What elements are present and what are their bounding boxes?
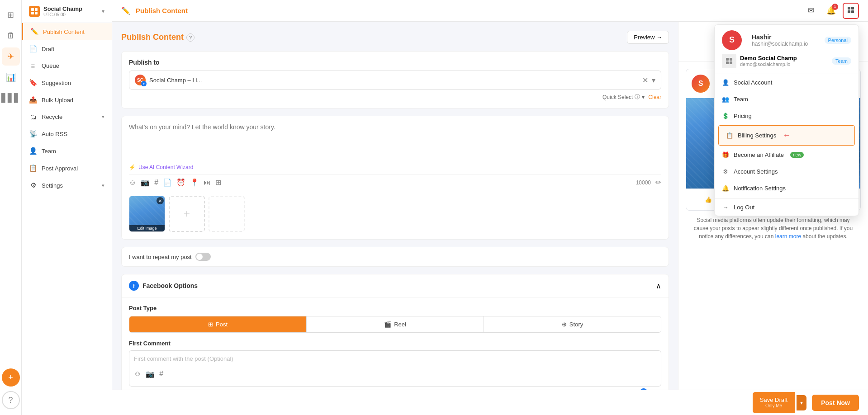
demo-name: Demo Social Champ [740,55,797,61]
location-icon[interactable]: 📍 [190,178,199,187]
quick-select-label[interactable]: Quick Select ⓘ ▾ [602,93,645,101]
social-account-label: Social Account [734,79,772,86]
svg-rect-6 [848,10,850,13]
comment-emoji-icon[interactable]: ☺ [134,370,141,378]
draft-nav-icon: 📄 [29,45,37,53]
nav-item-recycle[interactable]: 🗂 Recycle ▾ [22,108,112,125]
forward-icon[interactable]: ⏭ [204,179,211,187]
nav-item-draft[interactable]: 📄 Draft [22,40,112,57]
sidebar-icon-publish[interactable]: ✈ [2,47,20,66]
post-type-reel-button[interactable]: 🎬 Reel [307,316,484,332]
dropdown-menu: S Hashir hashir@socialchamp.io Personal [714,24,859,216]
learn-more-link[interactable]: learn more [775,233,801,240]
quick-select-chevron: ▾ [642,94,645,100]
hashtag-icon[interactable]: # [154,179,158,187]
add-symbol: + [8,373,13,382]
svg-rect-11 [730,61,732,64]
fb-options-body: Post Type ⊞ Post 🎬 Reel ⊕ Story [122,297,669,390]
svg-rect-10 [726,61,729,64]
demo-email: demo@socialchamp.io [740,61,797,67]
sidebar-icon-calendar[interactable]: 🗓 [2,27,20,45]
first-comment-placeholder[interactable]: First comment with the post (Optional) [134,355,656,362]
settings-nav-icon: ⚙ [29,181,37,189]
ai-wizard-label[interactable]: Use AI Content Wizard [138,164,193,170]
settings-chevron: ▾ [102,183,104,189]
account-remove-icon[interactable]: ✕ [642,76,648,85]
dropdown-item-account-settings[interactable]: ⚙ Account Settings [715,163,859,180]
billing-icon: 📋 [726,132,733,139]
fb-options-title: f Facebook Options [129,281,198,291]
image-remove-icon[interactable]: ✕ [157,197,164,204]
comment-hashtag-icon[interactable]: # [159,370,163,378]
image-icon[interactable]: 📷 [141,178,150,187]
dropdown-item-notification-settings[interactable]: 🔔 Notification Settings [715,180,859,197]
nav-item-approval[interactable]: 📋 Post Approval [22,160,112,177]
quick-select-row: Quick Select ⓘ ▾ Clear [129,93,661,101]
dropdown-item-social-account[interactable]: 👤 Social Account [715,74,859,91]
save-draft-button[interactable]: Save Draft Only Me [753,392,795,414]
post-type-story-button[interactable]: ⊕ Story [484,316,661,332]
preview-note-suffix: about the updates. [802,233,847,240]
nav-item-suggestion[interactable]: 🔖 Suggestion [22,74,112,91]
publish-nav-icon: ✏️ [30,28,38,36]
workspace-icon [29,6,40,17]
preview-button[interactable]: Preview → [627,31,669,44]
recycle-nav-icon: 🗂 [29,113,37,121]
repeat-toggle[interactable] [195,253,211,261]
clock-icon[interactable]: ⏰ [176,178,185,187]
nav-publish-label: Publish Content [43,28,85,35]
dropdown-item-team[interactable]: 👥 Team [715,91,859,108]
notification-button[interactable]: 🔔 1 [823,3,839,19]
first-comment-toolbar: ☺ 📷 # [134,366,656,378]
dropdown-user-email: hashir@socialchamp.io [752,41,825,47]
nav-item-queue[interactable]: ≡ Queue [22,57,112,74]
account-settings-label: Account Settings [734,168,778,175]
nav-item-bulk[interactable]: 📤 Bulk Upload [22,91,112,108]
emoji-icon[interactable]: ☺ [129,179,136,187]
dropdown-item-pricing[interactable]: 💲 Pricing [715,108,859,124]
help-button[interactable]: ? [2,391,20,409]
sidebar-icon-grid[interactable]: ⊞ [2,6,20,24]
user-profile-button[interactable] [843,3,859,19]
publish-to-section: Publish to SC f Social Champ – Li... ✕ ▾… [121,51,669,108]
edit-pencil-icon[interactable]: ✏ [655,178,661,187]
sidebar-icon-bars[interactable]: ▋▋▋ [2,89,20,107]
edit-image-label[interactable]: Edit Image [129,225,165,231]
preview-label: Preview → [634,34,662,41]
apps-icon[interactable]: ⊞ [215,178,221,187]
document-icon[interactable]: 📄 [163,178,172,187]
post-type-post-button[interactable]: ⊞ Post [129,316,307,332]
account-settings-icon: ⚙ [722,168,729,175]
publish-to-label: Publish to [129,59,661,66]
nav-suggestion-label: Suggestion [42,80,71,86]
add-image-button[interactable]: + [169,196,205,232]
affiliate-icon: 🎁 [722,151,729,158]
top-bar: ✏️ Publish Content ✉ 🔔 1 S [112,0,868,22]
add-button[interactable]: + [2,368,20,387]
post-type-post-icon: ⊞ [208,321,213,328]
compose-textarea[interactable] [129,123,661,160]
nav-item-rss[interactable]: 📡 Auto RSS [22,125,112,142]
fb-options-header[interactable]: f Facebook Options ∧ [122,274,669,297]
dropdown-item-logout[interactable]: → Log Out [715,198,859,216]
clear-button[interactable]: Clear [648,94,661,100]
compose-area: ⚡ Use AI Content Wizard ☺ 📷 # 📄 ⏰ 📍 ⏭ ⊞ … [121,116,669,240]
dropdown-item-billing[interactable]: 📋 Billing Settings ← [718,125,855,146]
save-draft-dropdown-button[interactable]: ▾ [797,395,806,410]
sidebar-icon-analytics[interactable]: 📊 [2,68,20,86]
save-draft-label: Save Draft [760,396,787,404]
compose-button[interactable]: ✉ [803,3,819,19]
fb-options-collapse-icon: ∧ [656,282,661,290]
nav-header[interactable]: Social Champ UTC-05:00 ▾ [22,0,112,23]
nav-approval-label: Post Approval [42,165,78,172]
nav-item-settings[interactable]: ⚙ Settings ▾ [22,177,112,194]
nav-item-publish[interactable]: ✏️ Publish Content [22,23,112,40]
svg-rect-9 [730,58,732,61]
post-now-button[interactable]: Post Now [812,395,859,411]
dropdown-item-affiliate[interactable]: 🎁 Become an Affiliate new [715,146,859,163]
nav-item-team[interactable]: 👤 Team [22,142,112,160]
bars-symbol: ▋▋▋ [1,93,20,103]
topbar-right: ✉ 🔔 1 S Hashir hashir@socialcha [803,3,859,19]
comment-image-icon[interactable]: 📷 [146,370,155,378]
account-select[interactable]: SC f Social Champ – Li... ✕ ▾ [129,71,661,90]
